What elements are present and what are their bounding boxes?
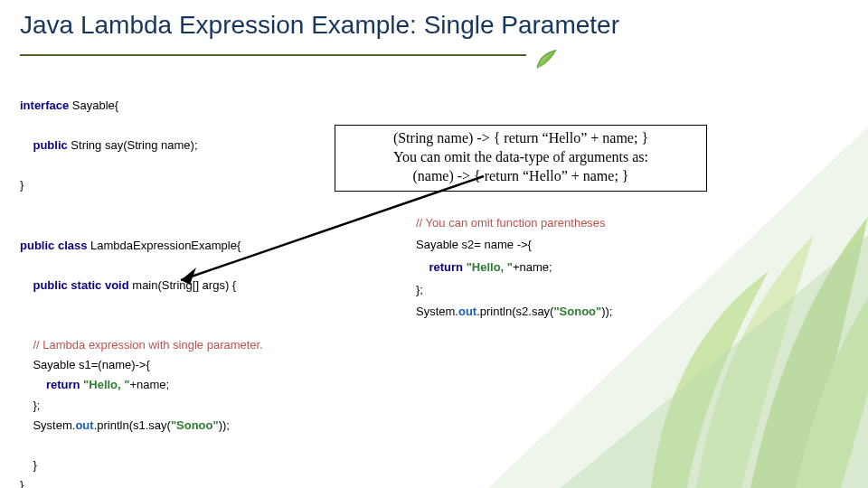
code-text: }	[20, 178, 24, 192]
code-text: System.	[33, 418, 75, 432]
code-text: };	[416, 283, 423, 296]
code-string: "Hello, "	[83, 378, 129, 391]
callout-box: (String name) -> { return “Hello” + name…	[335, 125, 707, 192]
code-kw: public	[33, 138, 67, 152]
code-text: +name;	[513, 260, 552, 274]
code-kw: public	[20, 239, 54, 252]
code-text: .println(s2.say(	[476, 305, 553, 318]
callout-line: You can omit the data-type of arguments …	[343, 148, 699, 167]
code-comment: // You can omit function parentheses	[416, 216, 606, 230]
code-text: Sayable{	[72, 99, 118, 112]
code-text: System.	[416, 305, 458, 318]
code-kw: interface	[20, 99, 69, 112]
code-block-right: // You can omit function parentheses Say…	[416, 190, 612, 324]
code-text: }	[33, 458, 36, 472]
code-kw: static	[71, 278, 101, 292]
code-comment: // Lambda expression with single paramet…	[33, 338, 262, 352]
code-ref: out	[458, 305, 476, 318]
code-text: ));	[219, 418, 230, 432]
code-ref: out	[75, 418, 93, 432]
code-text: Sayable s2= name ->{	[416, 238, 532, 251]
title-underline	[20, 54, 526, 56]
code-text: main(String[] args) {	[132, 278, 236, 292]
page-title: Java Lambda Expression Example: Single P…	[20, 11, 619, 40]
leaf-icon	[533, 47, 559, 72]
code-text: String say(String name);	[71, 138, 197, 152]
code-kw: return	[429, 260, 463, 274]
code-string: "Sonoo"	[553, 305, 601, 318]
code-text: }	[20, 478, 24, 488]
code-text: };	[33, 399, 40, 412]
callout-line: (String name) -> { return “Hello” + name…	[343, 129, 699, 148]
code-text: Sayable s1=(name)->{	[33, 358, 149, 371]
code-kw: class	[58, 239, 88, 252]
code-kw: void	[105, 278, 129, 292]
code-text: ));	[601, 305, 612, 318]
code-text: LambdaExpressionExample{	[90, 239, 241, 252]
code-string: "Sonoo"	[171, 418, 219, 432]
code-text: .println(s1.say(	[94, 418, 171, 432]
code-text: +name;	[129, 378, 169, 391]
callout-line: (name) -> { return “Hello” + name; }	[343, 167, 699, 186]
code-string: "Hello, "	[467, 260, 513, 274]
code-kw: return	[46, 378, 80, 391]
code-kw: public	[33, 278, 67, 292]
